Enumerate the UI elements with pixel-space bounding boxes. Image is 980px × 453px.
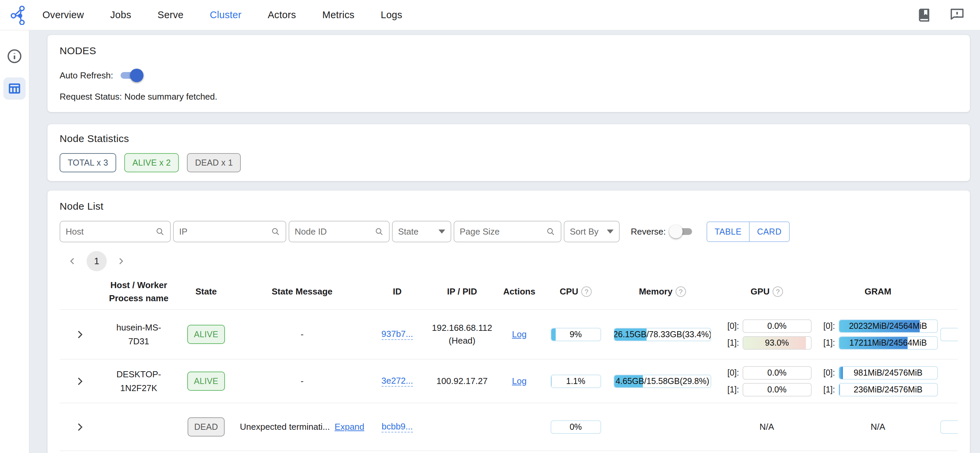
alive-count-chip[interactable]: ALIVE x 2: [124, 153, 179, 172]
expand-message-link[interactable]: Expand: [335, 422, 364, 432]
node-list-title: Node List: [60, 201, 958, 212]
gram-usage-bar: 20232MiB/24564MiB: [838, 319, 938, 333]
node-ip-role: (Head): [432, 334, 492, 347]
state-message: -: [301, 329, 304, 340]
gram-na-value: N/A: [870, 422, 885, 432]
main-content: NODES Auto Refresh: Request Status: Node…: [29, 30, 980, 453]
help-icon[interactable]: ?: [581, 287, 592, 297]
node-ip: 192.168.68.112: [432, 322, 492, 334]
pagination: 1: [64, 251, 958, 271]
nav-tab-logs[interactable]: Logs: [381, 10, 402, 21]
node-id-filter[interactable]: [289, 221, 390, 242]
table-view-button[interactable]: TABLE: [707, 222, 749, 241]
nav-right-icons: [915, 6, 966, 24]
node-id-link[interactable]: 3e272...: [382, 375, 413, 387]
card-view-button[interactable]: CARD: [749, 222, 789, 241]
state-badge: ALIVE: [187, 372, 225, 391]
node-statistics-card: Node Statistics TOTAL x 3 ALIVE x 2 DEAD…: [48, 124, 970, 181]
docs-book-icon[interactable]: [915, 6, 933, 24]
help-icon[interactable]: ?: [676, 287, 686, 297]
page-size-input[interactable]: [460, 226, 542, 237]
header-ip-pid: IP / PID: [447, 287, 477, 297]
next-page-icon[interactable]: [112, 252, 130, 270]
nav-tab-cluster[interactable]: Cluster: [210, 10, 242, 21]
left-sidebar: [0, 30, 29, 453]
expand-row-icon[interactable]: [74, 421, 86, 433]
log-link[interactable]: Log: [512, 329, 527, 340]
gram-usage-bar: 236MiB/24576MiB: [838, 383, 938, 396]
header-actions: Actions: [503, 287, 535, 297]
node-id-link[interactable]: 937b7...: [382, 329, 413, 340]
state-filter-select[interactable]: State: [392, 221, 451, 242]
memory-usage-bar: 26.15GB/78.33GB(33.4%): [614, 328, 711, 341]
nav-tab-overview[interactable]: Overview: [43, 10, 84, 21]
total-count-chip[interactable]: TOTAL x 3: [60, 153, 116, 172]
table-view-icon[interactable]: [3, 78, 25, 100]
object-store-bar: 0.000: [940, 328, 958, 341]
state-filter-label: State: [398, 226, 435, 237]
header-host: Host / Worker Process name: [100, 279, 178, 305]
host-filter-input[interactable]: [66, 226, 152, 237]
auto-refresh-toggle[interactable]: [118, 68, 143, 83]
nav-tab-jobs[interactable]: Jobs: [110, 10, 131, 21]
nav-tab-actors[interactable]: Actors: [268, 10, 296, 21]
gpu-na-value: N/A: [759, 422, 774, 432]
cpu-usage-bar: 0%: [550, 420, 601, 434]
host-name: husein-MS-7D31: [107, 321, 171, 348]
expand-row-icon[interactable]: [74, 375, 86, 387]
reverse-label: Reverse:: [631, 226, 666, 237]
search-icon: [155, 226, 165, 237]
ip-filter[interactable]: [173, 221, 286, 242]
nodes-title: NODES: [60, 45, 958, 57]
help-icon[interactable]: ?: [773, 287, 783, 297]
gpu-usage-bar: 0.0%: [743, 319, 811, 333]
gram-usage-bar: 981MiB/24576MiB: [838, 366, 938, 380]
gpu-usage-bar: 0.0%: [743, 366, 811, 380]
ray-logo-icon[interactable]: [10, 5, 30, 25]
node-statistics-title: Node Statistics: [60, 133, 958, 144]
nav-tab-serve[interactable]: Serve: [158, 10, 183, 21]
table-row: husein-MS-7D31 ALIVE - 937b7... 192.168.…: [60, 310, 958, 360]
header-gpu: GPU: [751, 285, 770, 298]
request-status-text: Request Status: Node summary fetched.: [60, 92, 958, 102]
nodes-card: NODES Auto Refresh: Request Status: Node…: [48, 35, 970, 112]
host-filter[interactable]: [60, 221, 171, 242]
top-nav-bar: Overview Jobs Serve Cluster Actors Metri…: [0, 0, 980, 30]
expand-row-icon[interactable]: [74, 329, 86, 340]
prev-page-icon[interactable]: [64, 252, 81, 270]
header-memory: Memory: [639, 285, 673, 298]
nav-tabs: Overview Jobs Serve Cluster Actors Metri…: [43, 10, 402, 21]
node-ip: 100.92.17.27: [436, 375, 488, 388]
search-icon: [374, 226, 383, 237]
info-icon[interactable]: [3, 45, 25, 67]
table-header-row: Host / Worker Process name State State M…: [60, 274, 958, 310]
table-row: DESKTOP-1N2F27K ALIVE - 3e272... 100.92.…: [60, 360, 958, 403]
gpu-usage-bar: 0.0%: [743, 383, 811, 396]
search-icon: [546, 226, 555, 237]
view-mode-group: TABLE CARD: [706, 222, 790, 242]
gpu-usage-bar: 93.0%: [743, 336, 811, 350]
gram-usage-bar: 17211MiB/24564MiB: [838, 336, 938, 350]
page-size-filter[interactable]: [453, 221, 562, 242]
state-badge: ALIVE: [187, 325, 225, 344]
sort-by-select[interactable]: Sort By: [564, 221, 620, 242]
state-message: -: [301, 376, 304, 386]
filter-bar: State Sort By Reverse:: [60, 221, 958, 242]
nav-tab-metrics[interactable]: Metrics: [322, 10, 355, 21]
node-id-filter-input[interactable]: [295, 226, 371, 237]
chevron-down-icon: [607, 230, 614, 234]
dead-count-chip[interactable]: DEAD x 1: [187, 153, 241, 172]
log-link[interactable]: Log: [512, 376, 527, 386]
reverse-toggle[interactable]: [669, 224, 695, 239]
sort-by-label: Sort By: [570, 226, 603, 237]
cpu-usage-bar: 9%: [550, 328, 601, 341]
node-id-link[interactable]: bcbb9...: [382, 421, 413, 432]
feedback-icon[interactable]: [948, 6, 966, 24]
page-number-button[interactable]: 1: [87, 251, 107, 271]
node-list-card: Node List State: [48, 190, 970, 453]
header-state: State: [195, 287, 217, 297]
ip-filter-input[interactable]: [179, 226, 267, 237]
table-row: DEAD Unexpected terminati... Expand bcbb…: [60, 403, 958, 451]
state-badge: DEAD: [188, 417, 225, 437]
header-gram: GRAM: [864, 287, 891, 297]
